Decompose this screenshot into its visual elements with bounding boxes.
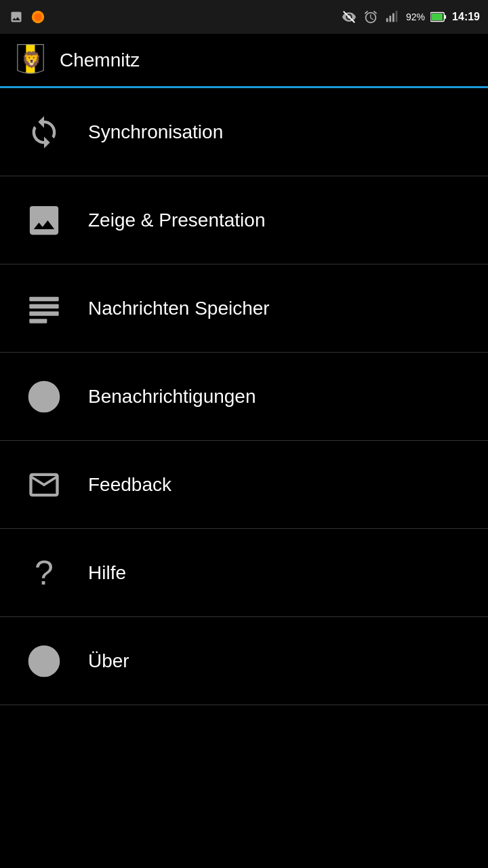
status-time: 14:19 xyxy=(452,11,480,23)
svg-rect-3 xyxy=(386,18,388,22)
menu-label-feedback: Feedback xyxy=(88,474,171,496)
app-title: Chemnitz xyxy=(60,50,140,71)
app-bar: 🦁 Chemnitz xyxy=(0,34,488,88)
svg-point-21 xyxy=(43,401,45,403)
svg-rect-16 xyxy=(29,304,58,309)
svg-rect-6 xyxy=(396,11,398,22)
menu-list: Synchronisation Zeige & Presentation Nac… xyxy=(0,88,488,705)
menu-item-benachrichtigungen[interactable]: Benachrichtigungen xyxy=(0,353,488,441)
alarm-icon xyxy=(363,9,379,25)
menu-item-nachrichten-speicher[interactable]: Nachrichten Speicher xyxy=(0,264,488,353)
eye-icon xyxy=(341,9,357,25)
app-logo: 🦁 xyxy=(14,43,47,77)
image-icon xyxy=(20,197,68,244)
svg-rect-17 xyxy=(29,311,58,316)
orange-circle-icon xyxy=(30,9,46,25)
status-bar: 92% 14:19 xyxy=(0,0,488,34)
status-right-icons: 92% 14:19 xyxy=(341,9,480,25)
svg-rect-8 xyxy=(444,15,446,19)
menu-item-uber[interactable]: Über xyxy=(0,617,488,705)
svg-rect-18 xyxy=(29,319,47,323)
svg-rect-5 xyxy=(392,14,394,22)
menu-item-synchronisation[interactable]: Synchronisation xyxy=(0,88,488,176)
menu-item-hilfe[interactable]: ? Hilfe xyxy=(0,529,488,617)
battery-percent: 92% xyxy=(406,12,425,22)
svg-text:🦁: 🦁 xyxy=(22,50,42,68)
menu-label-synchronisation: Synchronisation xyxy=(88,121,223,143)
battery-icon xyxy=(430,9,447,25)
mail-icon xyxy=(20,461,68,509)
photo-status-icon xyxy=(8,9,24,25)
svg-rect-4 xyxy=(389,16,391,22)
menu-label-nachrichten-speicher: Nachrichten Speicher xyxy=(88,298,270,319)
menu-item-feedback[interactable]: Feedback xyxy=(0,441,488,529)
status-left-icons xyxy=(8,9,46,25)
signal-icon xyxy=(384,9,401,25)
menu-label-zeige-presentation: Zeige & Presentation xyxy=(88,210,266,231)
messages-icon xyxy=(20,285,68,332)
notification-icon xyxy=(20,373,68,420)
info-icon xyxy=(20,637,68,685)
menu-item-zeige-presentation[interactable]: Zeige & Presentation xyxy=(0,176,488,264)
menu-label-hilfe: Hilfe xyxy=(88,562,126,584)
svg-point-24 xyxy=(43,653,45,655)
menu-label-uber: Über xyxy=(88,650,129,672)
svg-rect-9 xyxy=(431,14,443,20)
sync-icon xyxy=(20,108,68,156)
help-icon: ? xyxy=(20,549,68,597)
svg-rect-15 xyxy=(29,296,58,301)
svg-point-1 xyxy=(35,14,42,21)
menu-label-benachrichtigungen: Benachrichtigungen xyxy=(88,386,256,408)
